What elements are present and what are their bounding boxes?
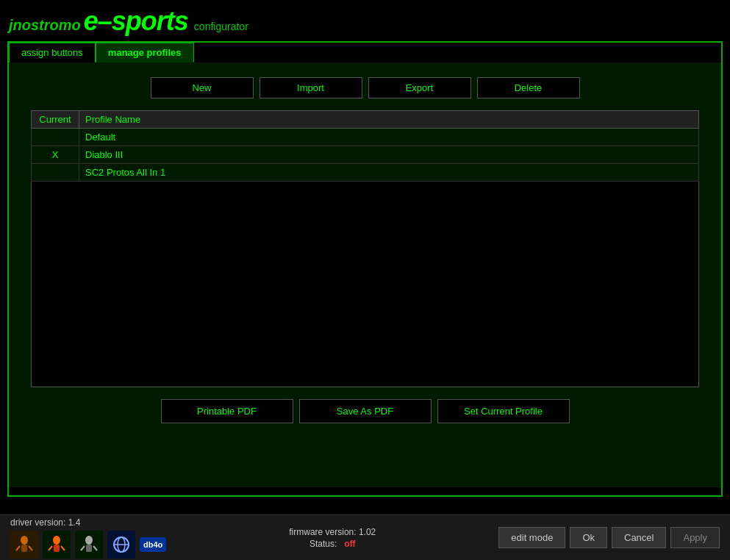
content-area: New Import Export Delete Current Profile… xyxy=(9,62,721,487)
footer-status: firmware version: 1.02 Status: off xyxy=(166,527,498,549)
warrior-icon-2 xyxy=(43,531,71,559)
ok-button[interactable]: Ok xyxy=(570,527,607,548)
warrior-icon-1 xyxy=(10,531,38,559)
edit-mode-button[interactable]: edit mode xyxy=(498,527,565,548)
svg-line-10 xyxy=(81,546,85,550)
svg-point-8 xyxy=(85,536,93,545)
empty-table-area xyxy=(31,182,699,387)
tab-assign-buttons[interactable]: assign buttons xyxy=(9,43,96,62)
col-header-name: Profile Name xyxy=(79,111,699,129)
svg-line-2 xyxy=(16,546,20,550)
tab-bar: assign buttons manage profiles xyxy=(9,43,721,62)
row-current-0 xyxy=(32,129,79,146)
warrior-icon-3 xyxy=(75,531,103,559)
svg-line-11 xyxy=(93,546,97,550)
import-button[interactable]: Import xyxy=(260,77,362,98)
svg-rect-9 xyxy=(86,545,92,552)
svg-rect-5 xyxy=(54,545,60,552)
footer-buttons: edit mode Ok Cancel Apply xyxy=(498,527,720,548)
table-row[interactable]: Default xyxy=(32,129,699,146)
main-container: assign buttons manage profiles New Impor… xyxy=(7,41,723,497)
status-label: Status: xyxy=(309,539,337,549)
export-button[interactable]: Export xyxy=(368,77,471,98)
row-name-2: SC2 Protos All In 1 xyxy=(79,164,699,182)
table-row[interactable]: X Diablo III xyxy=(32,146,699,164)
printable-pdf-button[interactable]: Printable PDF xyxy=(161,399,293,423)
new-button[interactable]: New xyxy=(151,77,254,98)
app-name: e–sports xyxy=(84,6,188,37)
row-name-0: Default xyxy=(79,129,699,146)
footer-version-info: driver version: 1.4 db4o xyxy=(10,517,166,559)
footer-icons: db4o xyxy=(10,531,166,559)
app-sub: configurator xyxy=(194,21,248,32)
profile-table: Current Profile Name Default X Diablo II… xyxy=(31,110,699,182)
set-current-profile-button[interactable]: Set Current Profile xyxy=(437,399,570,423)
footer: driver version: 1.4 db4o firmware versio… xyxy=(0,514,730,560)
cancel-button[interactable]: Cancel xyxy=(612,527,666,548)
tab-manage-profiles[interactable]: manage profiles xyxy=(96,43,194,62)
app-header: jnostromo e–sports configurator xyxy=(0,0,730,41)
status-value: off xyxy=(344,539,355,549)
col-header-current: Current xyxy=(32,111,79,129)
svg-line-7 xyxy=(61,546,65,550)
save-as-pdf-button[interactable]: Save As PDF xyxy=(299,399,432,423)
svg-rect-1 xyxy=(21,545,27,552)
table-row[interactable]: SC2 Protos All In 1 xyxy=(32,164,699,182)
svg-line-3 xyxy=(29,546,32,550)
network-icon xyxy=(107,531,135,559)
row-name-1: Diablo III xyxy=(79,146,699,164)
bottom-toolbar: Printable PDF Save As PDF Set Current Pr… xyxy=(31,399,699,423)
driver-version: driver version: 1.4 xyxy=(10,517,166,528)
svg-point-4 xyxy=(53,536,60,545)
svg-line-6 xyxy=(49,546,52,550)
row-current-1: X xyxy=(32,146,79,164)
apply-button[interactable]: Apply xyxy=(670,527,720,548)
delete-button[interactable]: Delete xyxy=(477,77,580,98)
top-toolbar: New Import Export Delete xyxy=(31,77,699,98)
brand-name: jnostromo xyxy=(9,17,81,34)
table-header-row: Current Profile Name xyxy=(32,111,699,129)
row-current-2 xyxy=(32,164,79,182)
firmware-version: firmware version: 1.02 xyxy=(166,527,498,537)
svg-point-0 xyxy=(21,536,28,545)
db40-badge: db4o xyxy=(140,537,166,552)
